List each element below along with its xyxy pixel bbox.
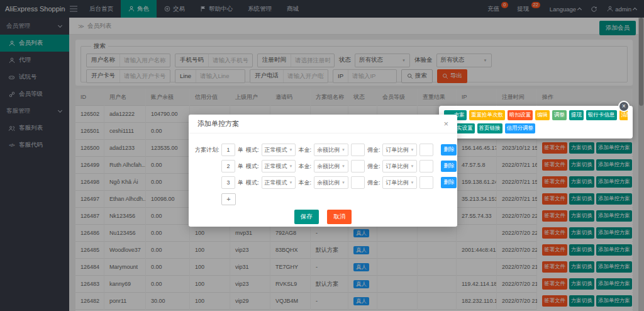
commission-label: 佣金: [367, 179, 380, 187]
popover-button-银行卡信息[interactable]: 银行卡信息 [586, 110, 617, 120]
unit-label: 单 [238, 162, 243, 171]
plan-row-label: 方案计划: [195, 146, 219, 154]
add-plan-row-button[interactable]: + [221, 193, 236, 205]
caret-down-icon: ▼ [341, 181, 345, 184]
save-button[interactable]: 保存 [294, 210, 319, 224]
popover-row-2: 实设置首页链接信用分调整 [444, 123, 628, 133]
caret-down-icon: ▼ [410, 164, 414, 168]
popover-button-调整[interactable]: 调整 [552, 110, 567, 120]
row-actions-popover: × 方案重置抢单次数暗扣设置编辑调整提现银行卡信息清除签署信息 实设置首页链接信… [439, 106, 633, 139]
delete-plan-row-button[interactable]: 删除 [441, 161, 457, 172]
principal-select[interactable]: 余额比例▼ [314, 144, 348, 156]
principal-select[interactable]: 余额比例▼ [314, 160, 348, 172]
plan-number-input[interactable] [221, 144, 235, 156]
caret-down-icon: ▼ [341, 164, 345, 168]
cancel-button[interactable]: 取消 [327, 210, 352, 224]
caret-down-icon: ▼ [410, 181, 414, 184]
principal-value-input[interactable] [351, 176, 365, 189]
unit-label: 单 [238, 179, 243, 187]
principal-select-value: 余额比例 [317, 146, 340, 154]
popover-button-信用分调整[interactable]: 信用分调整 [505, 123, 536, 133]
plan-number-input[interactable] [221, 176, 235, 189]
caret-down-icon: ▼ [289, 148, 293, 152]
principal-label: 本金: [298, 162, 311, 171]
plan-row: 方案计划:单模式:正常模式▼本金:余额比例▼佣金:订单比例▼删除 [195, 142, 457, 157]
add-plan-modal: 添加单控方案 × 方案计划:单模式:正常模式▼本金:余额比例▼佣金:订单比例▼删… [189, 115, 457, 227]
mode-select-value: 正常模式 [265, 162, 287, 171]
mode-select[interactable]: 正常模式▼ [262, 176, 296, 189]
commission-select-value: 订单比例 [386, 179, 408, 187]
mode-select-value: 正常模式 [265, 179, 287, 187]
mode-select-value: 正常模式 [265, 146, 287, 154]
principal-value-input[interactable] [351, 160, 365, 172]
commission-select[interactable]: 订单比例▼ [382, 160, 417, 172]
commission-select-value: 订单比例 [386, 146, 408, 154]
caret-down-icon: ▼ [410, 148, 414, 152]
mode-select[interactable]: 正常模式▼ [262, 160, 296, 172]
mode-label: 模式: [246, 146, 259, 154]
popover-button-首页链接[interactable]: 首页链接 [477, 123, 502, 133]
principal-select[interactable]: 余额比例▼ [314, 176, 348, 189]
caret-down-icon: ▼ [289, 164, 293, 168]
popover-row-1: 方案重置抢单次数暗扣设置编辑调整提现银行卡信息清除签署信息 [444, 110, 628, 120]
add-row-container: + [221, 193, 457, 205]
caret-down-icon: ▼ [341, 148, 345, 152]
modal-footer: 保存 取消 [189, 210, 457, 224]
principal-label: 本金: [298, 146, 311, 154]
modal-body: 方案计划:单模式:正常模式▼本金:余额比例▼佣金:订单比例▼删除单模式:正常模式… [189, 133, 457, 205]
commission-label: 佣金: [367, 146, 380, 154]
principal-label: 本金: [298, 179, 311, 187]
delete-plan-row-button[interactable]: 删除 [441, 177, 457, 188]
unit-label: 单 [238, 146, 243, 154]
popover-button-编辑[interactable]: 编辑 [535, 110, 550, 120]
modal-close-icon[interactable]: × [443, 120, 448, 128]
commission-label: 佣金: [367, 162, 380, 171]
modal-title: 添加单控方案 [197, 119, 239, 128]
plan-row: 单模式:正常模式▼本金:余额比例▼佣金:订单比例▼删除 [195, 159, 457, 174]
mode-label: 模式: [246, 179, 259, 187]
plan-number-input[interactable] [221, 160, 235, 172]
principal-select-value: 余额比例 [317, 179, 340, 187]
popover-button-暗扣设置[interactable]: 暗扣设置 [508, 110, 533, 120]
principal-select-value: 余额比例 [317, 162, 340, 171]
principal-value-input[interactable] [351, 144, 365, 156]
commission-value-input[interactable] [419, 176, 433, 189]
popover-close-button[interactable]: × [618, 101, 630, 112]
mode-select[interactable]: 正常模式▼ [262, 144, 296, 156]
commission-value-input[interactable] [419, 160, 433, 172]
commission-value-input[interactable] [419, 144, 433, 156]
popover-button-重置抢单次数[interactable]: 重置抢单次数 [469, 110, 505, 120]
modal-header: 添加单控方案 × [189, 115, 457, 133]
caret-down-icon: ▼ [289, 181, 293, 184]
plan-rows: 方案计划:单模式:正常模式▼本金:余额比例▼佣金:订单比例▼删除单模式:正常模式… [189, 142, 457, 190]
plan-row: 单模式:正常模式▼本金:余额比例▼佣金:订单比例▼删除 [195, 175, 457, 190]
commission-select[interactable]: 订单比例▼ [382, 144, 417, 156]
mode-label: 模式: [246, 162, 259, 171]
delete-plan-row-button[interactable]: 删除 [441, 144, 457, 156]
commission-select-value: 订单比例 [386, 162, 408, 171]
popover-button-提现[interactable]: 提现 [569, 110, 584, 120]
commission-select[interactable]: 订单比例▼ [382, 176, 417, 189]
